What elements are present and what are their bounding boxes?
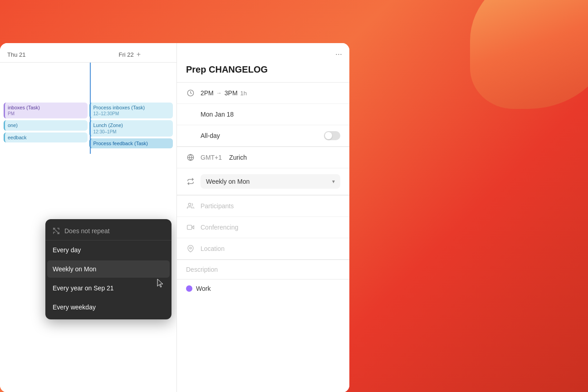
participants-icon <box>186 201 195 211</box>
calendar-header: Thu 21 Fri 22 + <box>0 43 176 63</box>
event-title: one) <box>8 122 85 128</box>
cursor <box>157 278 166 289</box>
calendar-label: Work <box>196 285 211 292</box>
location-icon <box>186 244 195 253</box>
participants-placeholder: Participants <box>201 202 340 210</box>
svg-point-7 <box>190 247 191 249</box>
event-title: Lunch (Zone) <box>93 122 171 128</box>
dropdown-item-every-day[interactable]: Every day <box>45 240 172 260</box>
recurrence-selector[interactable]: Weekly on Mon ▾ <box>201 174 340 189</box>
conferencing-label: Conferencing <box>201 224 340 231</box>
thu-col-header: Thu 21 <box>7 50 87 59</box>
fri-col-header: Fri 22 + <box>90 50 170 59</box>
conferencing-row[interactable]: Conferencing <box>177 217 349 238</box>
event-time: 12:30–1PM <box>93 129 171 135</box>
list-item[interactable]: one) <box>4 120 88 130</box>
add-event-icon[interactable]: + <box>137 50 141 59</box>
timezone-row[interactable]: GMT+1 Zurich <box>177 147 349 168</box>
svg-marker-5 <box>192 226 194 229</box>
events-area: inboxes (Task) PM one) eedback Pro <box>0 66 176 150</box>
no-repeat-icon <box>53 227 60 235</box>
participants-row[interactable]: Participants <box>177 196 349 217</box>
location-row[interactable]: Location <box>177 238 349 260</box>
event-time: PM <box>8 111 85 117</box>
globe-icon <box>186 153 195 162</box>
svg-point-4 <box>188 203 191 206</box>
list-item[interactable]: Lunch (Zone) 12:30–1PM <box>89 120 173 136</box>
allday-icon-spacer <box>186 131 195 140</box>
chevron-down-icon: ▾ <box>332 178 335 185</box>
event-date: Mon Jan 18 <box>201 111 340 118</box>
calendar-color-dot <box>186 285 192 292</box>
dropdown-item-every-year[interactable]: Every year on Sep 21 <box>45 279 172 298</box>
list-item[interactable]: Process inboxes (Task) 12–12:30PM <box>89 103 173 118</box>
allday-label: All-day <box>201 132 318 139</box>
recurrence-label: Weekly on Mon <box>206 178 250 185</box>
list-item[interactable]: inboxes (Task) PM <box>4 103 88 118</box>
dropdown-item-every-weekday[interactable]: Every weekday <box>45 298 172 317</box>
time-end: 3PM <box>225 89 238 97</box>
timezone-city: Zurich <box>229 154 247 161</box>
main-panel: Thu 21 Fri 22 + inboxes (Task) PM one) <box>0 43 349 392</box>
clock-icon <box>186 88 195 98</box>
video-icon <box>186 223 195 232</box>
event-title: eedback <box>8 134 85 141</box>
more-options-icon[interactable]: ··· <box>335 49 342 59</box>
date-row[interactable]: Mon Jan 18 <box>177 104 349 125</box>
timezone-prefix: GMT+1 <box>201 154 222 161</box>
description-placeholder[interactable]: Description <box>177 260 349 279</box>
allday-row: All-day <box>177 125 349 147</box>
event-detail-panel: ··· Prep CHANGELOG 2PM → 3PM 1h Mon Jan … <box>177 43 349 392</box>
time-start: 2PM <box>201 89 214 97</box>
time-row[interactable]: 2PM → 3PM 1h <box>177 83 349 104</box>
allday-toggle[interactable] <box>324 131 340 140</box>
calendar-tag-row[interactable]: Work <box>177 279 349 298</box>
date-spacer <box>186 110 195 119</box>
dropdown-header: Does not repeat <box>45 222 172 240</box>
fri-events: Process inboxes (Task) 12–12:30PM Lunch … <box>89 66 173 150</box>
detail-header: ··· <box>177 43 349 63</box>
event-title: inboxes (Task) <box>8 104 85 111</box>
toggle-knob <box>325 132 332 139</box>
location-label: Location <box>201 245 340 252</box>
recurrence-row[interactable]: Weekly on Mon ▾ <box>177 168 349 195</box>
calendar-body: inboxes (Task) PM one) eedback Pro <box>0 63 176 154</box>
time-arrow: → <box>216 90 222 96</box>
svg-rect-6 <box>187 225 192 229</box>
thu-events: inboxes (Task) PM one) eedback <box>4 66 88 150</box>
time-indicator-line <box>90 63 91 154</box>
event-time: 12–12:30PM <box>93 111 171 117</box>
list-item[interactable]: eedback <box>4 132 88 142</box>
svg-line-0 <box>53 228 59 234</box>
dropdown-item-weekly-mon[interactable]: Weekly on Mon <box>47 260 170 278</box>
event-title: Prep CHANGELOG <box>177 63 349 82</box>
event-title: Process inboxes (Task) <box>93 104 171 111</box>
recurrence-dropdown: Does not repeat Every day Weekly on Mon … <box>45 219 172 319</box>
list-item[interactable]: Process feedback (Task) <box>89 138 173 148</box>
dropdown-no-repeat-label: Does not repeat <box>64 227 110 235</box>
time-duration: 1h <box>240 90 247 97</box>
recurrence-icon <box>186 177 195 186</box>
thu-label: Thu 21 <box>7 51 25 58</box>
time-display: 2PM → 3PM 1h <box>201 89 247 97</box>
calendar-side: Thu 21 Fri 22 + inboxes (Task) PM one) <box>0 43 177 392</box>
background-blob <box>470 0 588 109</box>
event-title: Process feedback (Task) <box>93 140 171 147</box>
fri-label: Fri 22 <box>118 51 133 58</box>
